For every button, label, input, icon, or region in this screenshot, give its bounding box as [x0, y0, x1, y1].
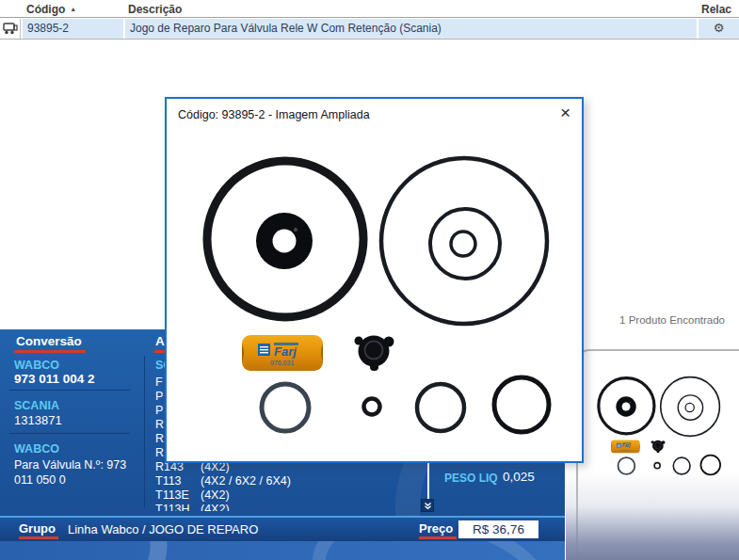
strip-swirl [299, 541, 565, 560]
codigo-value: 93895-2 [23, 19, 123, 39]
column-header-descricao[interactable]: Descrição [128, 3, 182, 16]
conversao-value-3: Para Válvula N.º: 973 011 050 0 [14, 457, 144, 488]
modal-title: Código: 93895-2 - Imagem Ampliada [178, 108, 370, 121]
peso-liq-label: PESO LIQ [444, 472, 498, 485]
conversao-brand-2: SCANIA [14, 399, 59, 412]
svg-text:Farj: Farj [274, 344, 297, 359]
svg-text:976.031: 976.031 [270, 360, 294, 366]
descricao-value: Jogo de Reparo Para Válvula Rele W Com R… [125, 19, 697, 39]
app-window: Código▲ Descrição Relac 93895-2 Jogo de … [0, 0, 739, 560]
conversao-value-2: 1313871 [14, 413, 62, 427]
scroll-down-icon [424, 502, 432, 510]
aplicacao-title: A [155, 334, 165, 348]
descricao-header-label: Descrição [128, 3, 182, 16]
scroll-down-button[interactable] [421, 499, 434, 512]
codigo-cell: 93895-2 [23, 19, 123, 39]
product-thumbnail-image[interactable] [591, 369, 729, 484]
conversao-value-1: 973 011 004 2 [14, 372, 95, 386]
relac-header-label: Relac [701, 3, 731, 16]
application-item: T113E(4X2) [155, 488, 426, 503]
descricao-cell: Jogo de Reparo Para Válvula Rele W Com R… [125, 19, 697, 39]
preco-label: Preço [419, 521, 453, 536]
application-item: T113(4X2 / 6X2 / 6X4) [155, 474, 426, 488]
conversao-title: Conversão [16, 334, 82, 348]
preco-underline [419, 536, 457, 539]
conversao-brand-1: WABCO [14, 359, 59, 372]
table-header: Código▲ Descrição Relac [0, 0, 739, 18]
conversao-brand-3: WABCO [14, 442, 59, 456]
conversao-title-underline [14, 350, 86, 353]
relac-cell[interactable]: ⚙ [699, 19, 739, 39]
footer-bar: Grupo Linha Wabco / JOGO DE REPARO Preço… [0, 516, 565, 541]
model-label: T113H [155, 503, 201, 511]
config-label: (4X2 / 6X2 / 6X4) [201, 474, 426, 488]
price-value: R$ 36,76 [458, 520, 538, 538]
results-count: 1 Produto Encontrado [565, 314, 725, 326]
config-label: (4X2) [201, 503, 426, 511]
config-label: (4X2) [201, 488, 426, 503]
strip-swirl [0, 541, 187, 560]
repair-kit-image: Farj 976.031 [186, 136, 572, 457]
sort-asc-icon: ▲ [70, 6, 76, 12]
section-divider [9, 390, 130, 391]
close-icon[interactable]: × [560, 103, 570, 123]
truck-icon [3, 23, 18, 35]
grupo-label: Grupo [19, 521, 56, 536]
related-items-gear-icon[interactable]: ⚙ [714, 21, 725, 35]
column-header-relac[interactable]: Relac [701, 3, 731, 16]
codigo-header-label: Código [26, 3, 65, 16]
grupo-value: Linha Wabco / JOGO DE REPARO [68, 522, 258, 536]
model-label: T113 [155, 474, 201, 488]
peso-liq-value: 0,025 [503, 470, 535, 484]
section-divider [9, 433, 130, 434]
row-type-cell [0, 19, 21, 39]
model-label: T113E [155, 488, 201, 503]
column-divider [144, 356, 145, 508]
table-row[interactable]: 93895-2 Jogo de Reparo Para Válvula Rele… [0, 19, 739, 40]
application-item: T113H(4X2) [155, 503, 426, 511]
image-modal: Código: 93895-2 - Imagem Ampliada × [165, 97, 584, 463]
grupo-underline [19, 536, 58, 539]
column-header-codigo[interactable]: Código▲ [26, 3, 76, 16]
decorative-strip [0, 541, 565, 560]
